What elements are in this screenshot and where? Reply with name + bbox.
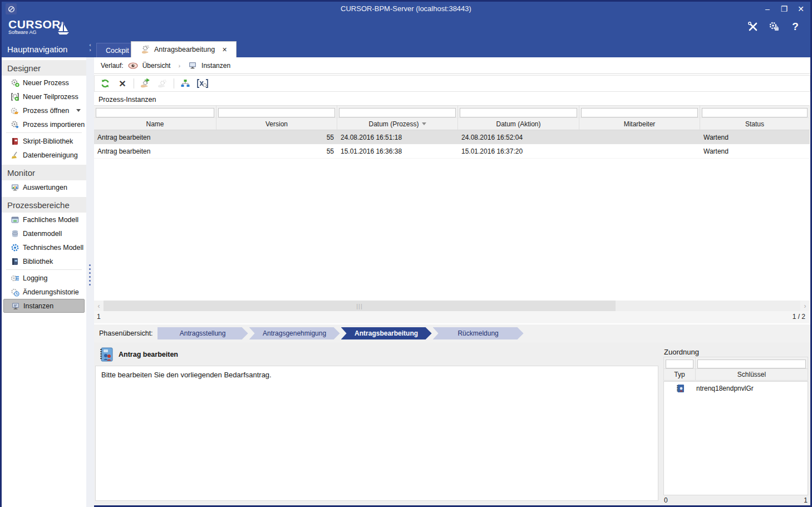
filter-version-input[interactable] [218,108,335,117]
sidebar-splitter[interactable]: ‹› [86,41,94,507]
titlebar: CURSOR-BPM-Server (localhost:38443) – ❐ … [2,2,810,16]
sidebar-item-aenderungshistorie[interactable]: Änderungshistorie [2,285,86,299]
column-header-status[interactable]: Status [700,117,810,130]
process-instances-grid: Name Version Datum (Prozess) Datum (Akti… [94,105,810,159]
horizontal-scrollbar[interactable]: ‹ ||| › [94,301,810,311]
tab-antragsbearbeitung[interactable]: Antragsbearbeitung ✕ [131,41,237,57]
sidebar-item-datenmodell[interactable]: Datenmodell [2,227,86,240]
toolbar-separator [174,78,174,88]
sidebar-item-bibliothek[interactable]: Bibliothek [2,254,86,268]
detail-area: Antrag bearbeiten Bitte bearbeiten Sie d… [94,342,810,505]
new-subprocess-icon [11,92,19,101]
sidebar-item-neuer-prozess[interactable]: Neuer Prozess [2,76,86,90]
refresh-button[interactable] [99,77,111,90]
contact-type-icon [676,384,685,393]
phase-antragsstellung[interactable]: Antragsstellung [158,327,248,339]
restart-process-button-disabled[interactable] [156,77,169,90]
zuordnung-column-schluessel[interactable]: Schlüssel [696,369,808,381]
breadcrumb-chevron-icon: › [178,62,180,69]
table-row[interactable]: Antrag bearbeiten 55 15.01.2016 16:36:38… [94,144,810,159]
sidebar-item-datenbereinigung[interactable]: Datenbereinigung [2,148,86,162]
zuordnung-key: ntrenq18endpnvlGr [696,385,754,392]
phase-antragsbearbeitung-active[interactable]: Antragsbearbeitung [341,327,432,339]
minimize-button[interactable]: – [762,4,772,14]
breadcrumb-label: Verlauf: [101,62,124,70]
page-indicator: 1 / 2 [793,313,805,321]
task-description-panel: Bitte bearbeiten Sie den vorliegenden Be… [95,366,658,501]
scroll-right-arrow[interactable]: › [800,301,810,311]
close-button[interactable]: ✕ [796,4,806,14]
zuordnung-count-end: 1 [804,496,808,504]
process-hand-icon [140,45,150,54]
zuordnung-column-typ[interactable]: Typ [663,369,696,381]
sidebar-item-prozess-importieren[interactable]: Prozess importieren [2,117,86,131]
chevron-down-icon[interactable] [76,109,81,112]
header-band: CURSOR® Software AG ? [2,16,810,41]
admin-gears-icon[interactable] [768,21,780,33]
tab-close-icon[interactable]: ✕ [222,46,227,53]
splitter-grip[interactable] [89,264,91,286]
continue-process-button[interactable] [139,77,151,90]
cancel-instance-button[interactable]: ✕ [116,77,129,90]
filter-datum-prozess-input[interactable] [339,108,456,117]
scrollbar-grip-icon: ||| [356,303,363,309]
sort-desc-icon [422,122,426,125]
filter-status-input[interactable] [702,108,808,117]
brand-name: CURSOR [8,18,61,31]
breadcrumb-overview[interactable]: Übersicht [142,62,171,70]
sidebar-item-auswertungen[interactable]: Auswertungen [2,180,86,194]
settings-wrench-icon[interactable] [747,21,759,33]
zuordnung-count-start: 0 [664,496,668,504]
phase-antragsgenehmigung[interactable]: Antragsgenehmigung [249,327,340,339]
toolbar-separator [134,78,134,88]
sidebar-item-instanzen[interactable]: Instanzen [3,299,85,313]
sidebar-item-prozess-oeffnen[interactable]: Prozess öffnen [2,104,86,117]
column-header-datum-prozess[interactable]: Datum (Prozess) [337,117,458,130]
sidebar-section-monitor: Monitor [2,165,86,180]
phase-rueckmeldung[interactable]: Rückmeldung [433,327,524,339]
grid-empty-area [94,159,810,301]
grid-footer: 1 1 / 2 [94,311,810,323]
phase-overview-bar: Phasenübersicht: Antragsstellung Antrags… [94,324,810,342]
export-variables-button[interactable] [196,77,209,90]
overview-eye-icon[interactable] [128,62,138,69]
scroll-left-arrow[interactable]: ‹ [94,301,104,311]
column-header-version[interactable]: Version [216,117,337,130]
script-library-icon [11,137,19,146]
sidebar-item-fachliches-modell[interactable]: Fachliches Modell [2,213,86,227]
sidebar-item-logging[interactable]: Logging [2,271,86,285]
sidebar-item-skript-bibliothek[interactable]: Skript-Bibliothek [2,134,86,148]
table-row[interactable]: Antrag bearbeiten 55 24.08.2016 16:51:18… [94,130,810,144]
toolbar: ✕ [94,75,810,92]
column-header-datum-aktion[interactable]: Datum (Aktion) [458,117,579,130]
grid-header-row: Name Version Datum (Prozess) Datum (Akti… [94,117,810,130]
sidebar-item-technisches-modell[interactable]: Technisches Modell [2,240,86,254]
grid-filter-row [94,105,810,117]
scrollbar-thumb[interactable]: ||| [104,301,616,311]
column-header-mitarbeiter[interactable]: Mitarbeiter [579,117,700,130]
tabbar: Cockpit Antragsbearbeitung ✕ [94,41,810,57]
filter-name-input[interactable] [96,108,214,117]
grid-title: Prozess-Instanzen [99,96,156,104]
filter-mitarbeiter-input[interactable] [581,108,698,117]
process-diagram-button[interactable] [179,77,191,90]
splitter-collapse-handle[interactable]: ‹› [86,41,94,57]
technical-model-icon [11,243,19,252]
zuordnung-typ-filter-input[interactable] [666,360,693,368]
import-process-icon [11,120,19,129]
zuordnung-row[interactable]: ntrenq18endpnvlGr [664,382,808,395]
breadcrumb: Verlauf: Übersicht › Instanzen [94,57,810,74]
column-header-name[interactable]: Name [94,117,216,130]
maximize-button[interactable]: ❐ [779,4,789,14]
open-process-icon [11,106,19,115]
new-process-icon [11,78,19,87]
zuordnung-title: Zuordnung [664,348,699,356]
breadcrumb-instances[interactable]: Instanzen [201,62,230,70]
help-icon[interactable]: ? [789,21,801,33]
sidebar-section-designer: Designer [2,60,86,76]
zuordnung-schluessel-filter-input[interactable] [697,360,806,368]
filter-datum-aktion-input[interactable] [460,108,577,117]
functional-model-icon [11,215,19,224]
data-cleanup-icon [11,151,19,160]
sidebar-item-neuer-teilprozess[interactable]: Neuer Teilprozess [2,90,86,104]
